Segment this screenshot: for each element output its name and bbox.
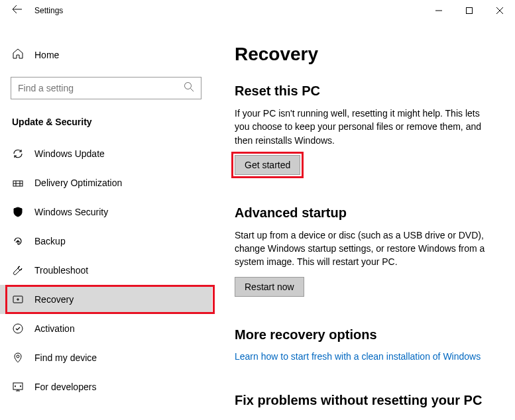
sidebar-item-label: Windows Security — [34, 207, 108, 217]
sidebar-item-troubleshoot[interactable]: Troubleshoot — [0, 256, 212, 285]
reset-description: If your PC isn't running well, resetting… — [235, 107, 492, 147]
page-title: Recovery — [235, 44, 492, 65]
search-box[interactable] — [11, 77, 201, 99]
restart-now-button[interactable]: Restart now — [235, 277, 304, 297]
advanced-startup-description: Start up from a device or disc (such as … — [235, 229, 492, 269]
svg-point-5 — [17, 355, 19, 358]
shield-icon — [12, 206, 24, 218]
svg-rect-0 — [467, 8, 473, 14]
sidebar-item-windows-update[interactable]: Windows Update — [0, 139, 212, 168]
delivery-icon — [12, 177, 24, 189]
activation-icon — [12, 323, 24, 335]
wrench-icon — [12, 264, 24, 276]
svg-point-1 — [185, 83, 192, 89]
sidebar-item-backup[interactable]: Backup — [0, 227, 212, 256]
sidebar-item-find-my-device[interactable]: Find my device — [0, 343, 212, 372]
more-recovery-title: More recovery options — [235, 327, 492, 342]
search-input[interactable] — [18, 83, 184, 93]
window-title: Settings — [34, 6, 63, 15]
close-button[interactable] — [485, 0, 515, 21]
home-label: Home — [34, 50, 59, 60]
svg-point-4 — [13, 324, 23, 333]
sidebar: Home Update & Security Windows Update De… — [0, 21, 212, 420]
sidebar-item-label: Find my device — [34, 352, 97, 363]
location-icon — [12, 352, 24, 364]
sidebar-item-label: Backup — [34, 236, 66, 246]
window-controls — [424, 0, 515, 21]
clean-install-link[interactable]: Learn how to start fresh with a clean in… — [235, 351, 481, 362]
sidebar-item-label: Windows Update — [34, 148, 105, 159]
sidebar-item-label: Troubleshoot — [34, 265, 88, 276]
sidebar-item-activation[interactable]: Activation — [0, 314, 212, 343]
sidebar-item-label: Delivery Optimization — [34, 178, 122, 188]
sidebar-item-for-developers[interactable]: For developers — [0, 372, 212, 401]
sidebar-section-header: Update & Security — [0, 111, 212, 139]
home-nav[interactable]: Home — [0, 41, 212, 69]
minimize-button[interactable] — [424, 0, 454, 21]
reset-title: Reset this PC — [235, 83, 492, 99]
backup-icon — [12, 235, 24, 247]
sidebar-item-label: Recovery — [34, 294, 74, 305]
home-icon — [12, 48, 24, 62]
main-content: Recovery Reset this PC If your PC isn't … — [212, 21, 515, 420]
sidebar-item-windows-security[interactable]: Windows Security — [0, 197, 212, 227]
recovery-icon — [12, 293, 24, 305]
titlebar: Settings — [0, 0, 515, 21]
developer-icon — [12, 381, 24, 393]
sidebar-item-delivery-optimization[interactable]: Delivery Optimization — [0, 168, 212, 197]
maximize-button[interactable] — [454, 0, 485, 21]
search-icon — [184, 81, 194, 95]
fix-problems-title: Fix problems without resetting your PC — [235, 393, 492, 408]
advanced-startup-title: Advanced startup — [235, 205, 492, 221]
back-icon[interactable] — [12, 4, 23, 17]
get-started-button[interactable]: Get started — [235, 155, 300, 175]
sidebar-item-recovery[interactable]: Recovery — [0, 285, 212, 314]
sidebar-item-label: For developers — [34, 382, 96, 392]
sync-icon — [12, 148, 24, 160]
sidebar-item-label: Activation — [34, 323, 75, 334]
